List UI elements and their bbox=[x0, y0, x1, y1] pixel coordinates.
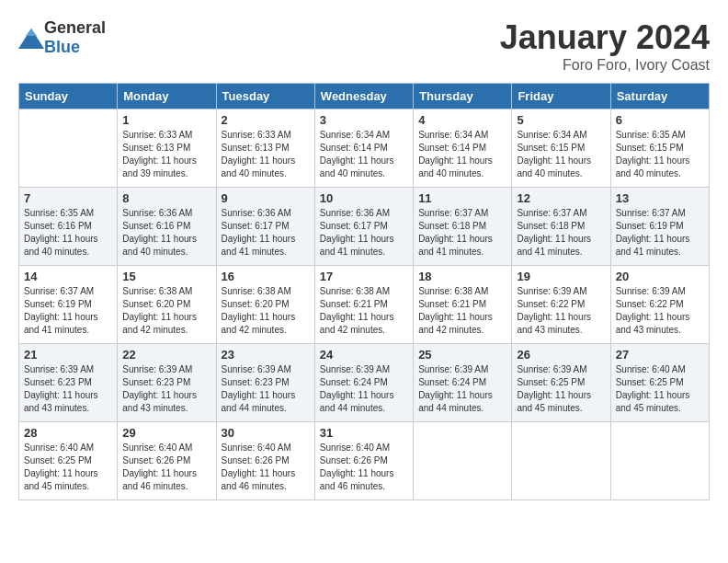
day-number: 29 bbox=[122, 426, 210, 440]
day-info: Sunrise: 6:39 AMSunset: 6:24 PMDaylight:… bbox=[418, 363, 506, 415]
calendar-cell: 26Sunrise: 6:39 AMSunset: 6:25 PMDayligh… bbox=[512, 344, 610, 422]
calendar-cell: 8Sunrise: 6:36 AMSunset: 6:16 PMDaylight… bbox=[118, 188, 216, 266]
svg-marker-1 bbox=[26, 29, 37, 36]
calendar-cell bbox=[512, 422, 610, 500]
calendar-cell: 19Sunrise: 6:39 AMSunset: 6:22 PMDayligh… bbox=[512, 266, 610, 344]
calendar-cell: 6Sunrise: 6:35 AMSunset: 6:15 PMDaylight… bbox=[610, 109, 709, 188]
day-info: Sunrise: 6:38 AMSunset: 6:20 PMDaylight:… bbox=[122, 285, 210, 337]
day-number: 8 bbox=[122, 191, 210, 205]
calendar-cell: 17Sunrise: 6:38 AMSunset: 6:21 PMDayligh… bbox=[314, 266, 413, 344]
calendar-cell: 2Sunrise: 6:33 AMSunset: 6:13 PMDaylight… bbox=[216, 109, 314, 188]
day-number: 28 bbox=[24, 426, 112, 440]
day-number: 2 bbox=[222, 113, 310, 127]
day-number: 25 bbox=[418, 348, 506, 362]
day-info: Sunrise: 6:40 AMSunset: 6:25 PMDaylight:… bbox=[616, 363, 704, 415]
column-header-friday: Friday bbox=[512, 84, 610, 109]
day-number: 14 bbox=[24, 270, 112, 283]
day-info: Sunrise: 6:36 AMSunset: 6:16 PMDaylight:… bbox=[122, 207, 210, 259]
calendar-cell: 31Sunrise: 6:40 AMSunset: 6:26 PMDayligh… bbox=[314, 422, 413, 500]
day-number: 21 bbox=[24, 348, 112, 362]
week-row-1: 1Sunrise: 6:33 AMSunset: 6:13 PMDaylight… bbox=[19, 109, 710, 188]
day-info: Sunrise: 6:33 AMSunset: 6:13 PMDaylight:… bbox=[122, 129, 210, 180]
day-number: 5 bbox=[517, 113, 605, 127]
calendar-cell: 5Sunrise: 6:34 AMSunset: 6:15 PMDaylight… bbox=[512, 109, 610, 188]
calendar-cell: 27Sunrise: 6:40 AMSunset: 6:25 PMDayligh… bbox=[610, 344, 709, 422]
calendar-cell: 24Sunrise: 6:39 AMSunset: 6:24 PMDayligh… bbox=[314, 344, 413, 422]
day-number: 12 bbox=[517, 191, 605, 205]
column-header-wednesday: Wednesday bbox=[314, 84, 413, 109]
day-number: 13 bbox=[616, 191, 704, 205]
week-row-4: 21Sunrise: 6:39 AMSunset: 6:23 PMDayligh… bbox=[19, 344, 710, 422]
day-info: Sunrise: 6:39 AMSunset: 6:23 PMDaylight:… bbox=[222, 363, 310, 415]
day-info: Sunrise: 6:35 AMSunset: 6:16 PMDaylight:… bbox=[24, 207, 112, 259]
column-header-saturday: Saturday bbox=[610, 84, 709, 109]
day-number: 4 bbox=[418, 113, 506, 127]
calendar-cell: 4Sunrise: 6:34 AMSunset: 6:14 PMDaylight… bbox=[414, 109, 512, 188]
day-number: 7 bbox=[24, 191, 112, 205]
calendar-cell: 30Sunrise: 6:40 AMSunset: 6:26 PMDayligh… bbox=[216, 422, 314, 500]
day-info: Sunrise: 6:35 AMSunset: 6:15 PMDaylight:… bbox=[616, 129, 704, 180]
column-header-sunday: Sunday bbox=[19, 84, 118, 109]
day-info: Sunrise: 6:40 AMSunset: 6:26 PMDaylight:… bbox=[222, 442, 310, 493]
calendar-cell: 16Sunrise: 6:38 AMSunset: 6:20 PMDayligh… bbox=[216, 266, 314, 344]
day-number: 30 bbox=[222, 426, 310, 440]
calendar-cell: 18Sunrise: 6:38 AMSunset: 6:21 PMDayligh… bbox=[414, 266, 512, 344]
day-number: 18 bbox=[418, 270, 506, 283]
day-info: Sunrise: 6:39 AMSunset: 6:24 PMDaylight:… bbox=[320, 363, 408, 415]
day-info: Sunrise: 6:37 AMSunset: 6:18 PMDaylight:… bbox=[418, 207, 506, 259]
day-info: Sunrise: 6:39 AMSunset: 6:22 PMDaylight:… bbox=[616, 285, 704, 337]
calendar-cell: 23Sunrise: 6:39 AMSunset: 6:23 PMDayligh… bbox=[216, 344, 314, 422]
day-number: 15 bbox=[122, 270, 210, 283]
calendar-cell: 22Sunrise: 6:39 AMSunset: 6:23 PMDayligh… bbox=[118, 344, 216, 422]
calendar-cell: 12Sunrise: 6:37 AMSunset: 6:18 PMDayligh… bbox=[512, 188, 610, 266]
day-number: 10 bbox=[320, 191, 408, 205]
week-row-2: 7Sunrise: 6:35 AMSunset: 6:16 PMDaylight… bbox=[19, 188, 710, 266]
day-info: Sunrise: 6:36 AMSunset: 6:17 PMDaylight:… bbox=[320, 207, 408, 259]
day-number: 16 bbox=[222, 270, 310, 283]
logo-icon bbox=[18, 29, 40, 47]
day-number: 17 bbox=[320, 270, 408, 283]
calendar-cell: 7Sunrise: 6:35 AMSunset: 6:16 PMDaylight… bbox=[19, 188, 118, 266]
calendar-cell: 9Sunrise: 6:36 AMSunset: 6:17 PMDaylight… bbox=[216, 188, 314, 266]
calendar-cell bbox=[414, 422, 512, 500]
day-number: 9 bbox=[222, 191, 310, 205]
column-header-tuesday: Tuesday bbox=[216, 84, 314, 109]
day-info: Sunrise: 6:37 AMSunset: 6:19 PMDaylight:… bbox=[24, 285, 112, 337]
day-info: Sunrise: 6:38 AMSunset: 6:21 PMDaylight:… bbox=[418, 285, 506, 337]
logo-text: General Blue bbox=[44, 18, 106, 57]
calendar-cell: 20Sunrise: 6:39 AMSunset: 6:22 PMDayligh… bbox=[610, 266, 709, 344]
week-row-5: 28Sunrise: 6:40 AMSunset: 6:25 PMDayligh… bbox=[19, 422, 710, 500]
day-info: Sunrise: 6:40 AMSunset: 6:26 PMDaylight:… bbox=[122, 442, 210, 493]
calendar-cell: 21Sunrise: 6:39 AMSunset: 6:23 PMDayligh… bbox=[19, 344, 118, 422]
day-number: 31 bbox=[320, 426, 408, 440]
calendar-cell: 14Sunrise: 6:37 AMSunset: 6:19 PMDayligh… bbox=[19, 266, 118, 344]
calendar-cell: 29Sunrise: 6:40 AMSunset: 6:26 PMDayligh… bbox=[118, 422, 216, 500]
day-info: Sunrise: 6:39 AMSunset: 6:23 PMDaylight:… bbox=[24, 363, 112, 415]
day-number: 24 bbox=[320, 348, 408, 362]
day-info: Sunrise: 6:38 AMSunset: 6:21 PMDaylight:… bbox=[320, 285, 408, 337]
calendar-cell: 1Sunrise: 6:33 AMSunset: 6:13 PMDaylight… bbox=[118, 109, 216, 188]
title-block: January 2024 Foro Foro, Ivory Coast bbox=[500, 18, 710, 74]
day-info: Sunrise: 6:34 AMSunset: 6:15 PMDaylight:… bbox=[517, 129, 605, 180]
month-title: January 2024 bbox=[500, 18, 710, 57]
page-header: General Blue January 2024 Foro Foro, Ivo… bbox=[18, 18, 710, 74]
day-info: Sunrise: 6:39 AMSunset: 6:22 PMDaylight:… bbox=[517, 285, 605, 337]
calendar-cell: 25Sunrise: 6:39 AMSunset: 6:24 PMDayligh… bbox=[414, 344, 512, 422]
calendar-cell: 15Sunrise: 6:38 AMSunset: 6:20 PMDayligh… bbox=[118, 266, 216, 344]
day-number: 3 bbox=[320, 113, 408, 127]
calendar-cell: 3Sunrise: 6:34 AMSunset: 6:14 PMDaylight… bbox=[314, 109, 413, 188]
location-title: Foro Foro, Ivory Coast bbox=[500, 57, 710, 74]
day-info: Sunrise: 6:40 AMSunset: 6:25 PMDaylight:… bbox=[24, 442, 112, 493]
day-number: 1 bbox=[122, 113, 210, 127]
calendar-table: SundayMondayTuesdayWednesdayThursdayFrid… bbox=[18, 83, 710, 500]
day-number: 22 bbox=[122, 348, 210, 362]
day-number: 20 bbox=[616, 270, 704, 283]
day-info: Sunrise: 6:39 AMSunset: 6:25 PMDaylight:… bbox=[517, 363, 605, 415]
day-number: 26 bbox=[517, 348, 605, 362]
day-info: Sunrise: 6:38 AMSunset: 6:20 PMDaylight:… bbox=[222, 285, 310, 337]
day-info: Sunrise: 6:36 AMSunset: 6:17 PMDaylight:… bbox=[222, 207, 310, 259]
calendar-cell bbox=[19, 109, 118, 188]
calendar-cell: 13Sunrise: 6:37 AMSunset: 6:19 PMDayligh… bbox=[610, 188, 709, 266]
day-info: Sunrise: 6:39 AMSunset: 6:23 PMDaylight:… bbox=[122, 363, 210, 415]
calendar-cell: 10Sunrise: 6:36 AMSunset: 6:17 PMDayligh… bbox=[314, 188, 413, 266]
